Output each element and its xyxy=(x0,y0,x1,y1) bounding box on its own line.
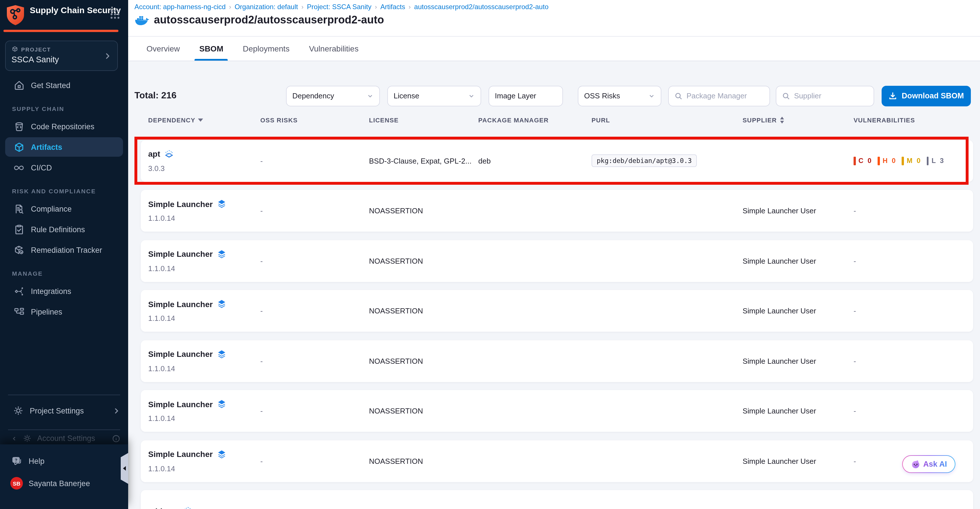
column-header-dependency[interactable]: DEPENDENCY xyxy=(148,116,260,123)
filter-oss-risks[interactable]: OSS Risks xyxy=(578,86,661,106)
table-row[interactable]: Simple Launcher1.1.0.14-NOASSERTIONSimpl… xyxy=(141,240,973,282)
column-header-purl[interactable]: PURL xyxy=(592,116,743,123)
breadcrumb-link[interactable]: Project: SSCA Sanity xyxy=(307,3,371,11)
nav-section-label: MANAGE xyxy=(0,261,128,280)
sidebar-collapse-handle[interactable] xyxy=(121,453,128,484)
sidebar-item-account-settings[interactable]: Account Settings xyxy=(0,432,128,445)
license-value: NOASSERTION xyxy=(369,207,478,215)
dependency-name: adduser xyxy=(148,506,179,509)
severity-count: H 0 xyxy=(883,157,896,165)
help-chat-icon: ? xyxy=(11,456,22,467)
license-value: BSD-3-Clause, Expat, GPL-2... xyxy=(369,156,478,165)
module-grid-icon[interactable] xyxy=(110,9,120,19)
dependency-version: 1.1.0.14 xyxy=(148,214,260,223)
severity-count: L 3 xyxy=(932,157,945,165)
box-wrench-icon xyxy=(13,245,25,255)
column-header-oss-risks[interactable]: OSS RISKS xyxy=(260,116,369,123)
sidebar-item-remediation-tracker[interactable]: Remediation Tracker xyxy=(5,240,123,260)
table-row[interactable]: Simple Launcher1.1.0.14-NOASSERTIONSimpl… xyxy=(141,340,973,382)
license-value: NOASSERTION xyxy=(369,356,478,365)
supplier-value: Simple Launcher User xyxy=(743,307,854,315)
tab-sbom[interactable]: SBOM xyxy=(199,36,223,60)
download-icon xyxy=(888,92,897,100)
nav-section-label: RISK AND COMPLIANCE xyxy=(0,178,128,198)
sidebar-item-get-started[interactable]: Get Started xyxy=(5,75,123,95)
severity-bar xyxy=(902,156,904,165)
sidebar-item-code-repositories[interactable]: Code Repositories xyxy=(5,117,123,136)
clipboard-check-icon xyxy=(13,224,25,235)
help-label: Help xyxy=(29,457,45,466)
sidebar-item-rule-definitions[interactable]: Rule Definitions xyxy=(5,220,123,239)
breadcrumb-link[interactable]: Organization: default xyxy=(235,3,298,11)
vulnerabilities-cell: - xyxy=(854,207,973,215)
table-row[interactable]: Simple Launcher1.1.0.14-NOASSERTIONSimpl… xyxy=(141,440,973,482)
oss-risks-value: - xyxy=(260,156,369,165)
layers-outline-icon xyxy=(164,149,174,159)
oss-risks-value: - xyxy=(260,256,369,265)
column-header-package-manager[interactable]: PACKAGE MANAGER xyxy=(478,116,592,123)
sidebar-item-ci-cd[interactable]: CI/CD xyxy=(5,158,123,177)
sidebar-item-help[interactable]: ? Help xyxy=(0,444,128,471)
download-sbom-button[interactable]: Download SBOM xyxy=(881,86,971,106)
table-row[interactable]: Simple Launcher1.1.0.14-NOASSERTIONSimpl… xyxy=(141,390,973,432)
filter-dependency[interactable]: Dependency xyxy=(286,86,380,106)
nav-item-label: Compliance xyxy=(31,204,72,213)
project-settings-block: Project Settings xyxy=(0,389,128,436)
breadcrumb-link[interactable]: autosscauserprod2/autosscauserprod2-auto xyxy=(414,3,549,11)
project-label: PROJECT xyxy=(21,46,51,52)
oss-risks-value: - xyxy=(260,407,369,415)
sidebar-item-project-settings[interactable]: Project Settings xyxy=(0,401,128,420)
breadcrumb-link[interactable]: Artifacts xyxy=(380,3,405,11)
dependency-version: 1.1.0.14 xyxy=(148,414,260,423)
table-row[interactable]: apt3.0.3-BSD-3-Clause, Expat, GPL-2...de… xyxy=(141,140,973,181)
severity-bar xyxy=(878,156,880,165)
sidebar-item-artifacts[interactable]: Artifacts xyxy=(5,137,123,157)
breadcrumb-link[interactable]: Account: app-harness-ng-cicd xyxy=(134,3,226,11)
severity-bar xyxy=(854,156,856,165)
tab-deployments[interactable]: Deployments xyxy=(243,36,290,60)
dependency-version: 1.1.0.14 xyxy=(148,264,260,272)
nav-item-label: Get Started xyxy=(31,81,70,89)
app-title: Supply Chain Security xyxy=(30,5,121,16)
user-menu[interactable]: SB Sayanta Banerjee xyxy=(0,471,128,494)
divider xyxy=(8,394,120,395)
gear-icon xyxy=(23,434,32,443)
sidebar-item-compliance[interactable]: Compliance xyxy=(5,199,123,218)
purl-chip[interactable]: pkg:deb/debian/apt@3.0.3 xyxy=(592,154,697,167)
table-row[interactable]: Simple Launcher1.1.0.14-NOASSERTIONSimpl… xyxy=(141,190,973,232)
filter-license[interactable]: License xyxy=(387,86,481,106)
column-header-vulnerabilities[interactable]: VULNERABILITIES xyxy=(854,116,967,123)
supplier-input[interactable] xyxy=(794,92,868,100)
sidebar-bottom-panel: ? Help SB Sayanta Banerjee xyxy=(0,444,128,509)
project-selector[interactable]: PROJECT SSCA Sanity xyxy=(5,41,118,71)
sidebar-item-integrations[interactable]: Integrations xyxy=(5,282,123,301)
project-name: SSCA Sanity xyxy=(11,55,111,64)
cube-icon xyxy=(13,142,25,153)
info-icon xyxy=(112,434,120,442)
column-label: PURL xyxy=(592,116,610,123)
layers-filled-icon xyxy=(217,299,227,309)
column-header-license[interactable]: LICENSE xyxy=(369,116,478,123)
oss-risks-value: - xyxy=(260,207,369,215)
tab-vulnerabilities[interactable]: Vulnerabilities xyxy=(309,36,358,60)
ai-mascot-icon xyxy=(910,459,920,469)
sidebar-item-pipelines[interactable]: Pipelines xyxy=(5,302,123,321)
ask-ai-button[interactable]: Ask AI xyxy=(902,455,955,473)
layers-filled-icon xyxy=(217,399,227,409)
tab-overview[interactable]: Overview xyxy=(146,36,180,60)
table-row[interactable]: adduser xyxy=(141,490,973,509)
sbom-content: Total: 216 Dependency License Image Laye… xyxy=(128,61,980,509)
doc-search-icon xyxy=(13,203,25,214)
sidebar: Supply Chain Security PROJECT SSCA San xyxy=(0,0,128,509)
divider xyxy=(8,429,120,430)
layers-filled-icon xyxy=(217,449,227,459)
table-row[interactable]: Simple Launcher1.1.0.14-NOASSERTIONSimpl… xyxy=(141,290,973,332)
repo-icon xyxy=(13,121,25,132)
column-header-supplier[interactable]: SUPPLIER xyxy=(743,116,854,123)
supplier-value: Simple Launcher User xyxy=(743,207,854,215)
app-window: Supply Chain Security PROJECT SSCA San xyxy=(0,0,980,509)
package-manager-input[interactable] xyxy=(687,92,764,100)
column-label: VULNERABILITIES xyxy=(854,116,915,123)
nav-section-label: SUPPLY CHAIN xyxy=(0,96,128,116)
filter-image-layer[interactable]: Image Layer xyxy=(488,86,563,106)
